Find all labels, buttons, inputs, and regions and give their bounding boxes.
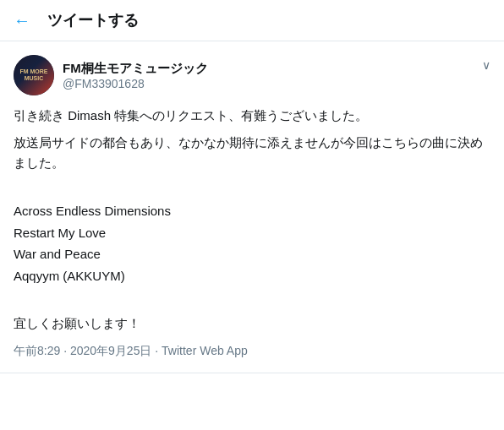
tweet-text-line2: 放送局サイドの都合もあり、なかなか期待に添えませんが今回はこちらの曲に決めました… bbox=[14, 133, 490, 173]
author-text: FM桐生モアミュージック @FM33901628 bbox=[63, 61, 208, 90]
tweet-closing: 宜しくお願いします！ bbox=[14, 313, 490, 334]
avatar-image: FM MOREMUSIC bbox=[14, 55, 54, 95]
tweet-author-row: FM MOREMUSIC FM桐生モアミュージック @FM33901628 ∨ bbox=[14, 55, 490, 95]
tweet-body: 引き続き Dimash 特集へのリクエスト、有難うございました。 放送局サイドの… bbox=[14, 106, 490, 334]
back-icon[interactable]: ← bbox=[14, 11, 30, 30]
tweet-text-line1: 引き続き Dimash 特集へのリクエスト、有難うございました。 bbox=[14, 106, 490, 126]
tweet-container: FM MOREMUSIC FM桐生モアミュージック @FM33901628 ∨ … bbox=[0, 41, 504, 373]
header-title: ツイートする bbox=[47, 10, 139, 30]
list-item: War and Peace bbox=[14, 243, 490, 265]
author-info: FM MOREMUSIC FM桐生モアミュージック @FM33901628 bbox=[14, 55, 208, 95]
chevron-down-icon[interactable]: ∨ bbox=[482, 55, 490, 72]
tweet-meta: 午前8:29 · 2020年9月25日 · Twitter Web App bbox=[14, 344, 490, 359]
list-item: Aqqyym (AKKUYM) bbox=[14, 265, 490, 287]
author-name: FM桐生モアミュージック bbox=[63, 61, 208, 77]
list-item: Across Endless Dimensions bbox=[14, 200, 490, 222]
avatar: FM MOREMUSIC bbox=[14, 55, 54, 95]
tweet-timestamp: 午前8:29 · 2020年9月25日 · Twitter Web App bbox=[14, 344, 248, 357]
header: ← ツイートする bbox=[0, 0, 504, 41]
author-handle: @FM33901628 bbox=[63, 77, 208, 90]
list-item: Restart My Love bbox=[14, 222, 490, 244]
song-list: Across Endless Dimensions Restart My Lov… bbox=[14, 200, 490, 286]
